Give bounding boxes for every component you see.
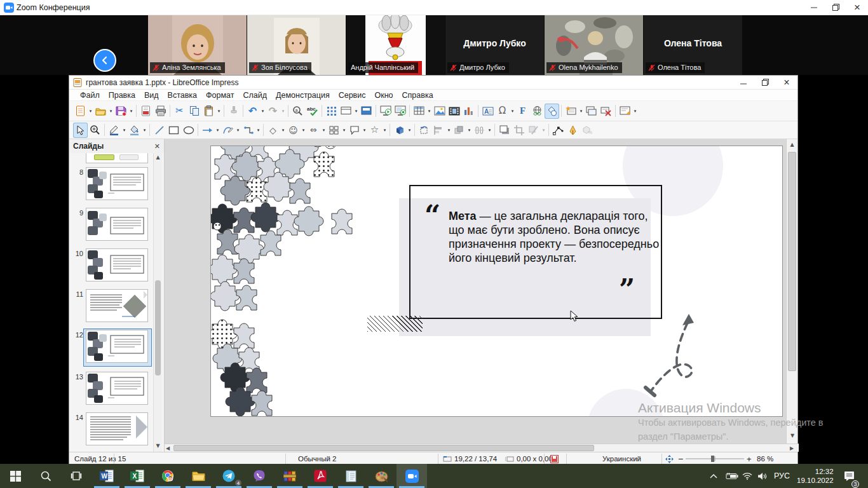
- 3d-objects-dropdown[interactable]: ▾: [407, 123, 412, 138]
- connectors-icon[interactable]: [241, 123, 255, 138]
- stars-dropdown[interactable]: ▾: [382, 123, 388, 138]
- slide-thumbnail-row[interactable]: 10: [69, 248, 152, 285]
- participant-tile[interactable]: Андрій Чаплінський: [346, 15, 445, 75]
- redo-icon[interactable]: ↷: [266, 104, 280, 119]
- callouts-icon[interactable]: [347, 123, 362, 138]
- menu-insert[interactable]: Вставка: [163, 91, 201, 100]
- slide-11-thumbnail[interactable]: [86, 289, 148, 322]
- excel-icon[interactable]: X: [122, 464, 153, 488]
- zoom-app-taskbar-icon[interactable]: [397, 464, 427, 488]
- print-icon[interactable]: [153, 104, 168, 119]
- slide-thumbnail-row[interactable]: 11: [69, 289, 152, 326]
- canvas-hscrollbar[interactable]: ◀ ▶: [165, 444, 799, 452]
- undo-icon[interactable]: ↶: [245, 104, 260, 119]
- participant-tile[interactable]: Дмитро Лубко Дмитро Лубко: [445, 15, 544, 75]
- find-replace-icon[interactable]: a: [290, 104, 305, 119]
- arrange-dropdown[interactable]: ▾: [466, 123, 472, 138]
- menu-file[interactable]: Файл: [76, 91, 104, 100]
- scroll-up-icon[interactable]: ▲: [787, 142, 797, 147]
- save-dropdown[interactable]: ▾: [128, 104, 134, 119]
- zoom-in-control[interactable]: +: [747, 452, 752, 465]
- menu-tools[interactable]: Сервис: [334, 91, 370, 100]
- telegram-icon[interactable]: 4: [214, 464, 244, 488]
- display-grid-icon[interactable]: [324, 104, 339, 119]
- menu-help[interactable]: Справка: [398, 91, 438, 100]
- line-color-icon[interactable]: [107, 123, 121, 138]
- menu-view[interactable]: Вид: [140, 91, 163, 100]
- edit-points-icon[interactable]: [551, 123, 566, 138]
- slide-thumbnail-partial[interactable]: [86, 153, 148, 163]
- arrange-icon[interactable]: [452, 123, 466, 138]
- save-icon[interactable]: [114, 104, 128, 119]
- panel-scroll-up-icon[interactable]: ▲: [154, 154, 162, 160]
- new-dropdown[interactable]: ▾: [88, 104, 93, 119]
- lines-arrows-icon[interactable]: [200, 123, 215, 138]
- unsaved-changes-icon[interactable]: [550, 452, 559, 465]
- paste-dropdown[interactable]: ▾: [216, 104, 222, 119]
- delete-slide-icon[interactable]: [599, 104, 613, 119]
- curves-polygons-icon[interactable]: [220, 123, 235, 138]
- slide-13-thumbnail[interactable]: [86, 372, 148, 405]
- start-from-current-icon[interactable]: [393, 104, 407, 119]
- slide-thumbnail-row[interactable]: 9: [69, 208, 152, 245]
- stars-icon[interactable]: ☆: [367, 123, 382, 138]
- ellipse-icon[interactable]: [181, 123, 196, 138]
- align-objects-icon[interactable]: [431, 123, 446, 138]
- viber-icon[interactable]: [244, 464, 275, 488]
- slide-properties-icon[interactable]: [618, 104, 632, 119]
- slide-14-thumbnail[interactable]: [86, 412, 148, 445]
- notepad-icon[interactable]: [336, 464, 366, 488]
- volume-icon[interactable]: [757, 464, 768, 488]
- symbol-shapes-dropdown[interactable]: ▾: [301, 123, 306, 138]
- participant-tile[interactable]: Зоя Білоусова: [247, 15, 346, 75]
- language-indicator[interactable]: РУС: [774, 464, 790, 488]
- menu-edit[interactable]: Правка: [104, 91, 140, 100]
- display-views-icon[interactable]: [339, 104, 353, 119]
- new-slide-icon[interactable]: [564, 104, 578, 119]
- chrome-icon[interactable]: [153, 464, 183, 488]
- slide-thumbnail-row-selected[interactable]: 12: [69, 330, 152, 367]
- distribute-icon[interactable]: [472, 123, 487, 138]
- image-filter-dropdown[interactable]: ▾: [541, 123, 546, 138]
- rectangle-icon[interactable]: [166, 123, 181, 138]
- insert-image-icon[interactable]: [432, 104, 447, 119]
- slides-panel-close-icon[interactable]: ✕: [154, 142, 160, 151]
- vscrollbar-thumb[interactable]: [788, 152, 796, 371]
- spelling-icon[interactable]: abc: [305, 104, 320, 119]
- new-slide-dropdown[interactable]: ▾: [578, 104, 584, 119]
- winrar-icon[interactable]: [275, 464, 305, 488]
- zoom-minimize-button[interactable]: [803, 0, 825, 15]
- glue-points-icon[interactable]: [566, 123, 580, 138]
- curves-polygons-dropdown[interactable]: ▾: [235, 123, 241, 138]
- participant-tile[interactable]: Аліна Землянська: [148, 15, 247, 75]
- insert-table-icon[interactable]: [412, 104, 426, 119]
- notification-center-icon[interactable]: 3: [844, 464, 857, 488]
- table-dropdown[interactable]: ▾: [426, 104, 432, 119]
- slide-10-thumbnail[interactable]: [86, 248, 148, 281]
- quote-text[interactable]: Мета — це загальна декларація того, що м…: [449, 209, 663, 265]
- clone-formatting-icon[interactable]: [226, 104, 241, 119]
- 3d-objects-icon[interactable]: [392, 123, 407, 138]
- connectors-dropdown[interactable]: ▾: [255, 123, 261, 138]
- participant-tile[interactable]: Олена Тітова Олена Тітова: [644, 15, 742, 75]
- panel-scroll-down-icon[interactable]: ▼: [154, 443, 162, 449]
- impress-restore-button[interactable]: [754, 75, 776, 90]
- start-button[interactable]: [0, 464, 31, 488]
- slide-thumbnail-row[interactable]: 13: [69, 372, 152, 409]
- fit-slide-icon[interactable]: [665, 452, 674, 465]
- insert-textbox-icon[interactable]: A: [480, 104, 495, 119]
- image-filter-icon[interactable]: [526, 123, 541, 138]
- rotate-icon[interactable]: [417, 123, 431, 138]
- paste-icon[interactable]: [201, 104, 216, 119]
- show-draw-functions-icon[interactable]: [545, 104, 559, 119]
- zoom-pan-icon[interactable]: [88, 123, 102, 138]
- basic-shapes-dropdown[interactable]: ▾: [280, 123, 286, 138]
- zoom-close-button[interactable]: ×: [846, 0, 868, 15]
- duplicate-slide-icon[interactable]: [584, 104, 599, 119]
- select-icon[interactable]: [73, 123, 88, 138]
- slide-properties-dropdown[interactable]: ▾: [632, 104, 638, 119]
- special-character-icon[interactable]: Ω: [495, 104, 510, 119]
- scroll-right-icon[interactable]: ▶: [790, 445, 794, 451]
- redo-dropdown[interactable]: ▾: [280, 104, 286, 119]
- clock[interactable]: 12:32 19.10.2022: [797, 464, 834, 488]
